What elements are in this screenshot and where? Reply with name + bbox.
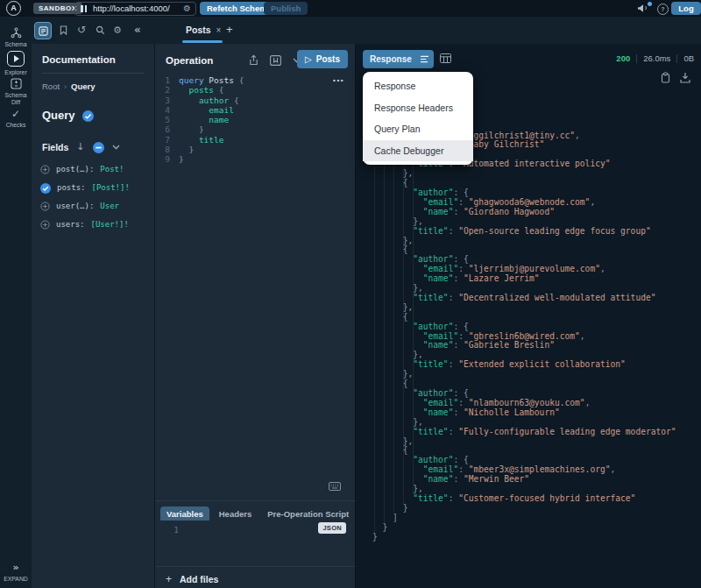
keyboard-shortcuts-icon[interactable]	[329, 482, 341, 491]
bookmark-icon[interactable]	[55, 22, 71, 38]
doc-field-item[interactable]: posts:[Post!]!	[40, 179, 154, 197]
field-name: posts:	[57, 179, 86, 197]
operation-editor[interactable]: 1query Posts {2 posts {3 author {4 email…	[155, 75, 355, 165]
explorer-icon	[0, 51, 32, 67]
menu-item-response-headers[interactable]: Response Headers	[363, 97, 473, 119]
response-json-line: }	[372, 523, 676, 533]
doc-field-item[interactable]: post(…):Post!	[40, 160, 154, 179]
field-add-icon[interactable]	[40, 165, 50, 174]
save-to-collection-icon[interactable]	[270, 55, 281, 66]
breadcrumb-root[interactable]: Root	[42, 81, 60, 92]
run-operation-button[interactable]: ▷ Posts	[297, 50, 348, 68]
expand-sidebar-button[interactable]: » EXPAND	[0, 563, 32, 583]
menu-item-cache-debugger[interactable]: Cache Debugger	[363, 140, 473, 162]
response-size: 0B	[683, 53, 694, 64]
doc-field-item[interactable]: user(…):User	[40, 197, 154, 216]
response-json-line: "title": "Fully-configurable leading edg…	[372, 428, 676, 437]
connection-settings-gear-icon[interactable]: ⚙	[183, 3, 191, 15]
type-selected-check-icon	[82, 110, 94, 122]
collapse-panel-icon[interactable]: «	[130, 22, 145, 38]
response-json-line: "title": "Open-source leading edge focus…	[372, 227, 676, 237]
help-icon[interactable]: ?	[657, 4, 669, 15]
divider	[155, 500, 355, 501]
breadcrumb: Root › Query	[42, 81, 144, 92]
operation-code-line: 8 }	[155, 145, 355, 154]
field-add-icon[interactable]	[40, 220, 50, 230]
deselect-all-icon[interactable]	[93, 142, 104, 153]
endpoint-url-text[interactable]: http://localhost:4000/	[93, 3, 170, 15]
fields-chevron-down-icon[interactable]	[112, 145, 120, 150]
response-status-bar: 200 26.0ms 0B	[616, 53, 694, 64]
bottom-tabs: VariablesHeadersPre-Operation ScriptPost…	[160, 505, 355, 521]
tab-close-icon[interactable]: ×	[216, 19, 222, 41]
documentation-panel: Documentation Root › Query Query Fields …	[32, 44, 155, 588]
apollo-logo-icon[interactable]: A	[6, 1, 21, 16]
format-response-icon[interactable]	[415, 50, 434, 68]
pause-icon[interactable]	[81, 5, 87, 12]
sidebar-item-schema[interactable]: Schema	[0, 27, 32, 48]
sidebar-item-checks[interactable]: ✓ Checks	[0, 109, 32, 129]
field-add-icon[interactable]	[40, 202, 50, 211]
endpoint-url-field[interactable]: http://localhost:4000/ ⚙	[74, 2, 196, 16]
sidebar-item-explorer[interactable]: Explorer	[0, 51, 32, 76]
announcements-icon[interactable]	[637, 4, 648, 13]
operation-code-line: 5 name	[155, 115, 355, 124]
share-operation-icon[interactable]	[249, 54, 258, 66]
notification-dot	[648, 2, 652, 6]
operation-code-line: 3 author {	[155, 96, 355, 105]
field-type[interactable]: User	[100, 197, 119, 216]
operation-code-line: 1query Posts {	[155, 75, 355, 85]
field-type[interactable]: [Post!]!	[92, 179, 130, 197]
search-icon[interactable]	[92, 22, 108, 38]
response-json-line: },	[372, 370, 676, 379]
top-bar: A SANDBOX http://localhost:4000/ ⚙ Refet…	[0, 0, 701, 17]
documentation-panel-icon[interactable]	[34, 22, 52, 39]
bottom-tab-headers[interactable]: Headers	[213, 507, 258, 521]
sidebar-label-checks: Checks	[0, 122, 32, 129]
tab-posts[interactable]: Posts ×	[182, 19, 224, 41]
operation-code-line: 9}	[155, 154, 355, 164]
download-response-icon[interactable]	[680, 72, 690, 83]
breadcrumb-current: Query	[71, 81, 95, 92]
response-duration: 26.0ms	[643, 53, 670, 64]
format-badge: JSON	[318, 522, 346, 534]
field-type[interactable]: [User!]!	[91, 216, 129, 234]
login-button[interactable]: Log in	[671, 2, 701, 15]
copy-response-icon[interactable]	[661, 72, 670, 83]
response-json-line: "title": "Customer-focused hybrid interf…	[372, 494, 676, 504]
divider	[636, 54, 637, 63]
menu-item-query-plan[interactable]: Query Plan	[363, 118, 473, 140]
add-files-button[interactable]: + Add files	[166, 570, 218, 588]
operation-panel: Operation ▷ Posts ••• 1query Posts {2 po…	[155, 44, 355, 588]
field-selected-check-icon[interactable]	[40, 183, 51, 194]
response-json-line: }	[372, 504, 676, 514]
menu-item-response[interactable]: Response	[363, 75, 473, 97]
type-heading: Query	[42, 109, 144, 123]
operation-code-line: 6 }	[155, 124, 355, 134]
bottom-tab-pre-operation-script[interactable]: Pre-Operation Script	[261, 507, 355, 521]
table-view-icon[interactable]	[440, 53, 451, 63]
new-tab-button[interactable]: +	[226, 21, 233, 39]
breadcrumb-chevron-icon: ›	[64, 81, 67, 92]
bottom-tab-variables[interactable]: Variables	[160, 507, 209, 521]
operation-code-line: 2 posts {	[155, 85, 355, 95]
sidebar-label-schema: Schema	[0, 41, 32, 48]
doc-field-item[interactable]: users:[User!]!	[40, 216, 154, 234]
field-name: post(…):	[56, 160, 94, 179]
sort-arrow-icon[interactable]: ↓	[76, 141, 84, 153]
field-type[interactable]: Post!	[100, 160, 124, 179]
fields-list: post(…):Post!posts:[Post!]!user(…):Useru…	[40, 160, 154, 234]
history-icon[interactable]: ↺	[74, 22, 89, 38]
response-panel: Response 200 26.0ms 0B { "data": { "post…	[355, 44, 701, 588]
response-json-line: },	[372, 169, 676, 179]
settings-gear-icon[interactable]: ⚙	[110, 22, 125, 38]
response-json-line: },	[372, 437, 676, 447]
variables-line-number: 1	[164, 525, 179, 535]
apollo-sandbox-window: A SANDBOX http://localhost:4000/ ⚙ Refet…	[0, 0, 701, 588]
sidebar-item-schema-diff[interactable]: Schema Diff	[0, 78, 32, 106]
checks-icon: ✓	[0, 109, 32, 119]
operation-code-line: 7 title	[155, 135, 355, 145]
response-view-dropdown-menu: ResponseResponse HeadersQuery PlanCache …	[363, 72, 473, 165]
play-icon: ▷	[305, 50, 312, 68]
add-files-label: Add files	[180, 570, 218, 588]
